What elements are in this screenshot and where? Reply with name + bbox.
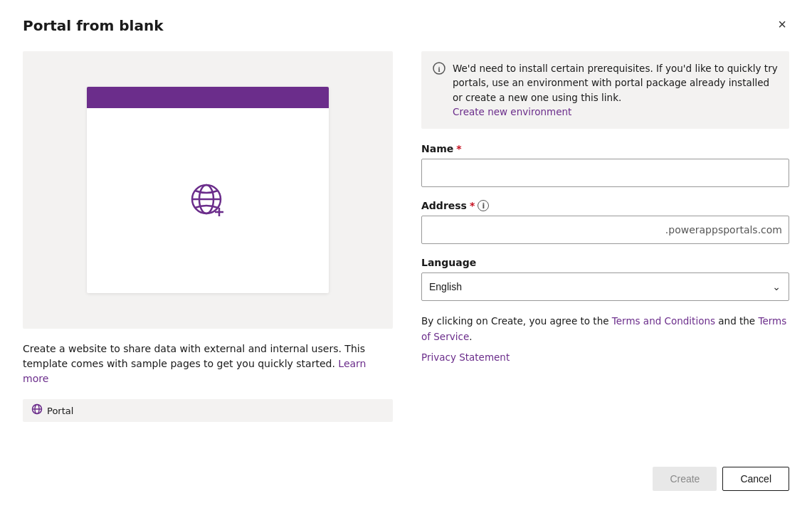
preview-box	[23, 51, 393, 329]
dialog-title: Portal from blank	[23, 17, 163, 34]
description-text: Create a website to share data with exte…	[23, 342, 393, 386]
preview-header-bar	[87, 87, 329, 108]
info-icon: i	[433, 62, 445, 119]
name-label: Name *	[421, 143, 789, 154]
privacy-statement-link[interactable]: Privacy Statement	[421, 351, 789, 363]
language-select-wrap: English French German Spanish ⌄	[421, 272, 789, 301]
portal-tag: Portal	[23, 399, 393, 422]
name-input[interactable]	[421, 159, 789, 187]
portal-tag-label: Portal	[47, 406, 73, 416]
address-field-group: Address * i .powerappsportals.com	[421, 200, 789, 244]
address-label: Address * i	[421, 200, 789, 211]
language-select[interactable]: English French German Spanish	[421, 272, 789, 301]
cancel-button[interactable]: Cancel	[722, 467, 789, 491]
dialog: Portal from blank ×	[0, 0, 812, 508]
preview-inner	[87, 87, 329, 293]
language-field-group: Language English French German Spanish ⌄	[421, 257, 789, 301]
svg-text:i: i	[438, 65, 440, 73]
name-field-group: Name *	[421, 143, 789, 187]
address-input-wrap: .powerappsportals.com	[421, 216, 789, 244]
globe-plus-icon	[185, 178, 231, 223]
terms-text: By clicking on Create, you agree to the …	[421, 314, 789, 344]
address-input[interactable]	[421, 216, 789, 244]
right-panel: i We'd need to install certain prerequis…	[421, 51, 789, 450]
preview-content	[87, 108, 329, 293]
create-new-environment-link[interactable]: Create new environment	[453, 106, 571, 117]
dialog-footer: Create Cancel	[23, 450, 789, 491]
dialog-body: Create a website to share data with exte…	[23, 51, 789, 450]
create-button[interactable]: Create	[653, 467, 717, 491]
language-label: Language	[421, 257, 789, 268]
terms-conditions-link[interactable]: Terms and Conditions	[612, 315, 715, 327]
address-required-star: *	[470, 200, 475, 211]
info-box: i We'd need to install certain prerequis…	[421, 51, 789, 129]
dialog-header: Portal from blank ×	[23, 17, 789, 34]
portal-tag-globe-icon	[31, 403, 43, 418]
address-info-icon[interactable]: i	[478, 200, 489, 211]
close-button[interactable]: ×	[775, 17, 789, 31]
left-panel: Create a website to share data with exte…	[23, 51, 393, 450]
info-text: We'd need to install certain prerequisit…	[453, 61, 778, 119]
name-required-star: *	[456, 143, 461, 154]
